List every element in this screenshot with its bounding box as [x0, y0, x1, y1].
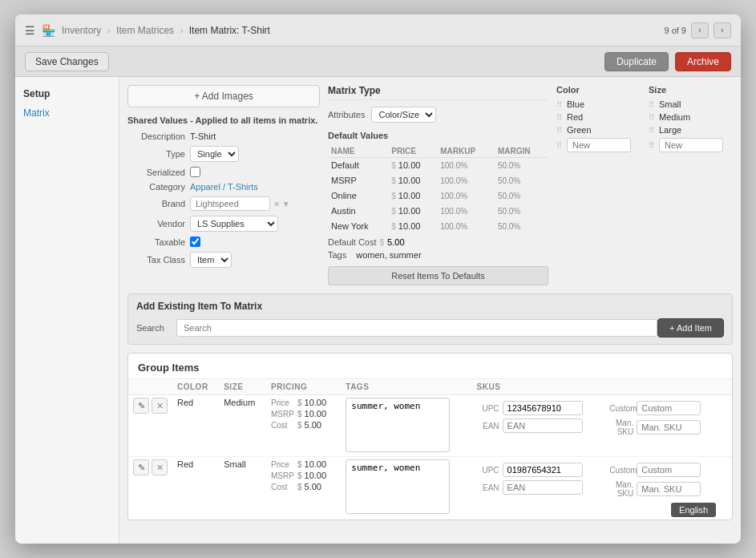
- content-area: + Add Images Shared Values - Applied to …: [119, 77, 741, 544]
- ean-input[interactable]: [503, 480, 583, 495]
- price-sym: $: [297, 460, 302, 469]
- attributes-row: Attributes Color/Size: [328, 107, 548, 123]
- th-color: COLOR: [172, 379, 219, 395]
- breadcrumb-parent[interactable]: Item Matrices: [116, 25, 174, 36]
- tags-label: Tags: [328, 250, 346, 260]
- color-new-input[interactable]: [567, 138, 631, 152]
- row-size: Small: [219, 457, 266, 520]
- row-name: Online: [328, 188, 388, 204]
- msrp-row: MSRP $ 10.00: [271, 471, 336, 480]
- row-tags: summer, women: [341, 457, 471, 520]
- ean-input[interactable]: [503, 418, 583, 433]
- reset-button[interactable]: Reset Items To Defaults: [328, 266, 548, 285]
- man-sku-label: Man. SKU: [609, 418, 633, 436]
- sidebar-item-matrix[interactable]: Matrix: [23, 106, 111, 120]
- delete-button[interactable]: ✕: [152, 398, 168, 414]
- english-button[interactable]: English: [671, 503, 716, 517]
- col-markup: MARKUP: [437, 145, 495, 158]
- tax-class-label: Tax Class: [127, 255, 185, 265]
- sku-block: UPC EAN: [477, 459, 600, 495]
- type-row: Type Single: [127, 146, 320, 162]
- color-item-blue: ⠿ Blue: [556, 99, 641, 109]
- breadcrumb-home[interactable]: Inventory: [62, 25, 101, 36]
- upc-input[interactable]: [503, 463, 583, 477]
- edit-button[interactable]: ✎: [133, 459, 149, 475]
- ean-row: EAN: [477, 480, 600, 495]
- row-color: Red: [172, 395, 219, 457]
- tax-class-select[interactable]: Item: [190, 252, 232, 268]
- sku-block: UPC EAN: [477, 398, 600, 433]
- cost-label: Cost: [271, 483, 295, 491]
- row-actions: ✎ ✕: [133, 459, 168, 475]
- default-values-title: Default Values: [328, 131, 548, 140]
- edit-button[interactable]: ✎: [133, 398, 149, 414]
- custom-input[interactable]: [637, 401, 701, 415]
- attr-select[interactable]: Color/Size: [371, 107, 436, 123]
- next-page-button[interactable]: ›: [714, 22, 731, 38]
- man-sku-input[interactable]: [637, 420, 701, 435]
- row-tags: summer, women: [341, 395, 471, 457]
- th-size: SIZE: [219, 379, 266, 395]
- price-value: 10.00: [305, 398, 327, 407]
- tax-class-row: Tax Class Item: [127, 252, 320, 268]
- store-icon: 🏪: [42, 24, 55, 37]
- th-tags: TAGS: [341, 379, 471, 395]
- brand-clear-icon[interactable]: ✕ ▼: [273, 200, 290, 208]
- cost-value: 5.00: [387, 237, 404, 247]
- size-item-medium: ⠿ Medium: [649, 112, 733, 122]
- tags-input[interactable]: summer, women: [346, 459, 450, 514]
- breadcrumb-current: Item Matrix: T-Shirt: [189, 25, 270, 36]
- description-value: T-Shirt: [190, 131, 216, 141]
- row-markup: 100.0%: [437, 219, 495, 234]
- duplicate-button[interactable]: Duplicate: [604, 52, 669, 71]
- custom-row: Custom: [609, 401, 716, 415]
- row-skus: UPC EAN: [472, 395, 605, 457]
- table-row: ✎ ✕ Red Medium Price $: [128, 395, 732, 457]
- title-bar: ☰ 🏪 Inventory › Item Matrices › Item Mat…: [15, 14, 741, 46]
- pricing-block: Price $ 10.00 MSRP $ 10.00: [271, 398, 336, 430]
- description-row: Description T-Shirt: [127, 131, 320, 141]
- sidebar: Setup Matrix: [15, 77, 119, 544]
- size-new-input[interactable]: [659, 138, 723, 152]
- prev-page-button[interactable]: ‹: [691, 22, 709, 38]
- drag-dots-icon: ⠿: [649, 126, 654, 135]
- upc-input[interactable]: [503, 401, 583, 415]
- row-skus: UPC EAN: [472, 457, 605, 520]
- group-items-title: Group Items: [128, 354, 732, 379]
- category-value[interactable]: Apparel / T-Shirts: [190, 182, 258, 192]
- msrp-label: MSRP: [271, 410, 295, 418]
- msrp-value: 10.00: [305, 471, 327, 480]
- table-row: ✎ ✕ Red Small Price $: [128, 457, 732, 520]
- tags-input[interactable]: summer, women: [346, 398, 450, 452]
- vendor-select[interactable]: LS Supplies: [190, 216, 278, 232]
- price-row: Price $ 10.00: [271, 459, 336, 469]
- hamburger-icon[interactable]: ☰: [25, 24, 35, 37]
- type-select[interactable]: Single: [190, 146, 239, 162]
- size-panel: Size ⠿ Small ⠿ Medium ⠿ Large: [649, 85, 733, 285]
- cost-row: Cost $ 5.00: [271, 420, 336, 430]
- add-images-button[interactable]: + Add Images: [127, 85, 320, 107]
- save-changes-button[interactable]: Save Changes: [25, 52, 109, 71]
- archive-button[interactable]: Archive: [675, 52, 731, 71]
- cost-sym: $: [297, 483, 302, 491]
- row-price: $ 10.00: [388, 219, 437, 234]
- row-size: Medium: [219, 395, 266, 457]
- row-custom: Custom Man. SKU English: [604, 457, 721, 520]
- brand-input[interactable]: [190, 196, 270, 211]
- delete-button[interactable]: ✕: [152, 459, 168, 475]
- size-item-small: ⠿ Small: [649, 99, 733, 109]
- ean-row: EAN: [477, 418, 600, 433]
- taxable-checkbox[interactable]: [190, 237, 200, 247]
- size-value: Small: [659, 99, 681, 109]
- add-item-button[interactable]: + Add Item: [657, 318, 724, 338]
- custom-input[interactable]: [637, 463, 701, 477]
- man-sku-input[interactable]: [637, 482, 701, 496]
- search-input[interactable]: [176, 319, 657, 337]
- price-label: Price: [271, 398, 295, 407]
- msrp-sym: $: [297, 410, 302, 418]
- color-item-green: ⠿ Green: [556, 125, 641, 135]
- serialized-checkbox[interactable]: [190, 167, 200, 177]
- cost-value: 5.00: [305, 420, 321, 430]
- drag-dots-icon: ⠿: [556, 126, 562, 135]
- row-color: Red: [172, 457, 219, 520]
